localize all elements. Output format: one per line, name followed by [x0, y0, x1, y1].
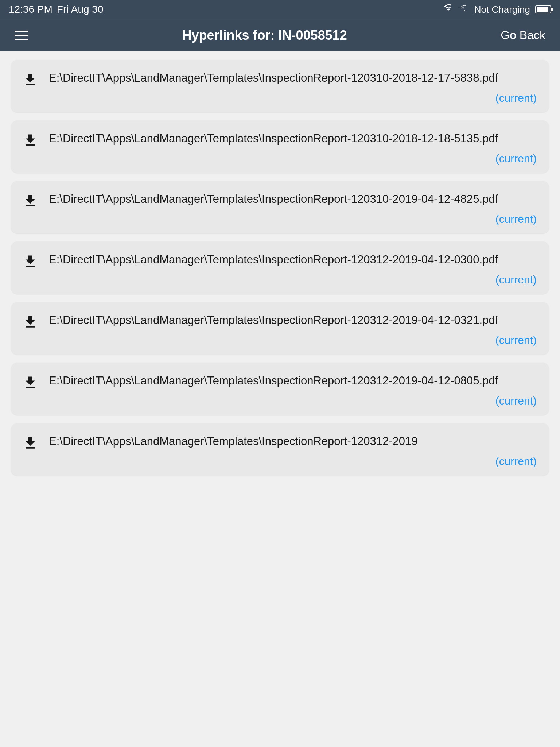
current-badge: (current): [22, 334, 538, 347]
file-card[interactable]: E:​\DirectIT​\Apps​\LandManager​\Templat…: [11, 241, 549, 294]
status-bar-left: 12:36 PM Fri Aug 30: [9, 4, 104, 15]
time-display: 12:36 PM: [9, 4, 52, 15]
file-path: E:​\DirectIT​\Apps​\LandManager​\Templat…: [49, 70, 538, 86]
file-path: E:​\DirectIT​\Apps​\LandManager​\Templat…: [49, 252, 538, 268]
file-card-body: E:​\DirectIT​\Apps​\LandManager​\Templat…: [22, 252, 538, 270]
file-list: E:​\DirectIT​\Apps​\LandManager​\Templat…: [0, 51, 560, 484]
status-bar-right: Not Charging: [444, 3, 551, 16]
current-badge: (current): [22, 152, 538, 165]
menu-button[interactable]: [11, 27, 32, 44]
file-card-body: E:​\DirectIT​\Apps​\LandManager​\Templat…: [22, 70, 538, 88]
file-card[interactable]: E:​\DirectIT​\Apps​\LandManager​\Templat…: [11, 60, 549, 112]
download-arrow-icon: [22, 253, 39, 270]
file-card-body: E:​\DirectIT​\Apps​\LandManager​\Templat…: [22, 312, 538, 330]
file-card-body: E:​\DirectIT​\Apps​\LandManager​\Templat…: [22, 373, 538, 391]
file-card[interactable]: E:​\DirectIT​\Apps​\LandManager​\Templat…: [11, 181, 549, 233]
go-back-button[interactable]: Go Back: [497, 25, 549, 46]
current-badge: (current): [22, 395, 538, 407]
file-card[interactable]: E:​\DirectIT​\Apps​\LandManager​\Templat…: [11, 363, 549, 415]
download-icon: [22, 253, 39, 270]
file-card-body: E:​\DirectIT​\Apps​\LandManager​\Templat…: [22, 131, 538, 149]
file-path: E:​\DirectIT​\Apps​\LandManager​\Templat…: [49, 433, 538, 450]
page-title: Hyperlinks for: IN-0058512: [32, 28, 497, 43]
file-card[interactable]: E:​\DirectIT​\Apps​\LandManager​\Templat…: [11, 423, 549, 476]
file-path: E:​\DirectIT​\Apps​\LandManager​\Templat…: [49, 191, 538, 208]
signal-icon: [460, 4, 469, 16]
file-card-body: E:​\DirectIT​\Apps​\LandManager​\Templat…: [22, 433, 538, 452]
download-arrow-icon: [22, 314, 39, 330]
not-charging-label: Not Charging: [474, 4, 530, 15]
current-badge: (current): [22, 92, 538, 104]
current-badge: (current): [22, 274, 538, 286]
status-bar: 12:36 PM Fri Aug 30 Not Charging: [0, 0, 560, 19]
download-icon: [22, 435, 39, 452]
current-badge: (current): [22, 213, 538, 225]
nav-bar: Hyperlinks for: IN-0058512 Go Back: [0, 19, 560, 51]
download-arrow-icon: [22, 374, 39, 391]
download-icon: [22, 314, 39, 330]
battery-icon: [535, 5, 551, 13]
file-card[interactable]: E:​\DirectIT​\Apps​\LandManager​\Templat…: [11, 120, 549, 173]
download-icon: [22, 374, 39, 391]
svg-point-0: [464, 10, 465, 11]
download-arrow-icon: [22, 71, 39, 88]
menu-line-1: [15, 31, 28, 32]
file-path: E:​\DirectIT​\Apps​\LandManager​\Templat…: [49, 131, 538, 147]
file-path: E:​\DirectIT​\Apps​\LandManager​\Templat…: [49, 373, 538, 389]
download-icon: [22, 71, 39, 88]
download-icon: [22, 193, 39, 209]
menu-line-3: [15, 39, 28, 40]
download-icon: [22, 132, 39, 149]
download-arrow-icon: [22, 193, 39, 209]
file-path: E:​\DirectIT​\Apps​\LandManager​\Templat…: [49, 312, 538, 329]
file-card-body: E:​\DirectIT​\Apps​\LandManager​\Templat…: [22, 191, 538, 209]
wifi-icon: [444, 3, 455, 16]
current-badge: (current): [22, 455, 538, 468]
download-arrow-icon: [22, 132, 39, 149]
date-display: Fri Aug 30: [57, 4, 104, 15]
download-arrow-icon: [22, 435, 39, 452]
file-card[interactable]: E:​\DirectIT​\Apps​\LandManager​\Templat…: [11, 302, 549, 355]
menu-line-2: [15, 35, 28, 36]
